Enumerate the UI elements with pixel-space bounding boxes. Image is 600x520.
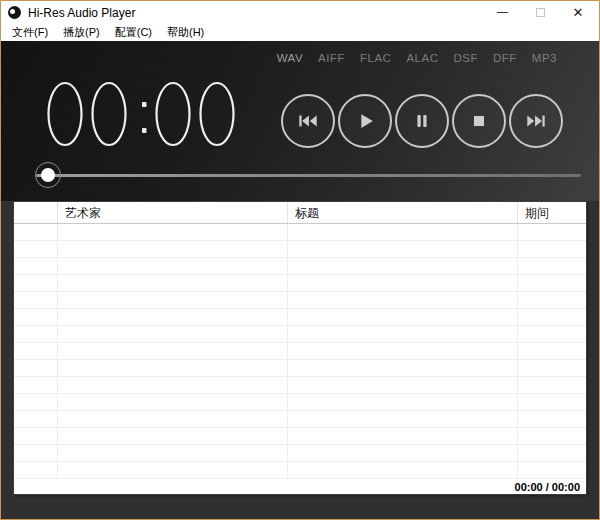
app-window: Hi-Res Audio Player ✕ 文件(F) 播放(P) 配置(C) … [1, 1, 599, 519]
menu-config[interactable]: 配置(C) [109, 25, 158, 41]
playlist-cell [288, 292, 518, 308]
stop-icon [468, 110, 490, 132]
playlist-row [14, 377, 586, 394]
playlist-row [14, 292, 586, 309]
format-dff: DFF [493, 52, 517, 64]
playlist-cell [58, 241, 288, 257]
playlist-cell [288, 309, 518, 325]
playlist-cell [14, 309, 58, 325]
playlist-cell [518, 326, 586, 342]
playlist-row [14, 462, 586, 479]
playlist-cell [14, 343, 58, 359]
playlist-row [14, 224, 586, 241]
playlist-cell [518, 411, 586, 427]
maximize-icon [536, 8, 545, 17]
minimize-icon [497, 12, 508, 13]
format-aiff: AIFF [318, 52, 345, 64]
playlist-cell [14, 241, 58, 257]
play-button[interactable] [338, 94, 392, 148]
playlist-cell [58, 224, 288, 240]
menu-play[interactable]: 播放(P) [57, 25, 106, 41]
playlist-cell [58, 360, 288, 376]
playlist-cell [518, 360, 586, 376]
playlist-cell [58, 445, 288, 461]
next-button[interactable] [509, 94, 563, 148]
window-controls: ✕ [483, 1, 597, 24]
format-wav: WAV [277, 52, 303, 64]
play-icon [354, 110, 376, 132]
playlist-row [14, 258, 586, 275]
playlist-statusbar: 00:00 / 00:00 [14, 479, 586, 494]
playlist-cell [14, 360, 58, 376]
format-dsf: DSF [453, 52, 478, 64]
menu-help[interactable]: 帮助(H) [161, 25, 210, 41]
playlist-cell [288, 394, 518, 410]
playlist-cell [58, 258, 288, 274]
format-mp3: MP3 [532, 52, 557, 64]
playlist-row [14, 275, 586, 292]
pause-button[interactable] [395, 94, 449, 148]
playlist-cell [518, 377, 586, 393]
playlist-cell [14, 411, 58, 427]
playlist-panel: 艺术家 标题 期间 00:00 / 00:00 [13, 201, 587, 495]
playlist-cell [288, 258, 518, 274]
window-title: Hi-Res Audio Player [28, 6, 135, 20]
transport-controls [281, 94, 563, 148]
playlist-cell [288, 343, 518, 359]
seek-slider-handle[interactable] [35, 162, 61, 188]
playlist-cell [518, 445, 586, 461]
menu-file[interactable]: 文件(F) [6, 25, 54, 41]
elapsed-time-display [45, 81, 245, 152]
playlist-row [14, 428, 586, 445]
playlist-row [14, 360, 586, 377]
playlist-cell [14, 292, 58, 308]
playlist-row [14, 445, 586, 462]
maximize-button[interactable] [521, 1, 559, 24]
seek-slider-track[interactable] [36, 174, 581, 177]
column-header-artist[interactable]: 艺术家 [58, 202, 288, 223]
playlist-cell [518, 292, 586, 308]
playlist-cell [58, 326, 288, 342]
playlist-cell [58, 462, 288, 478]
column-header-index[interactable] [14, 202, 58, 223]
close-button[interactable]: ✕ [559, 1, 597, 24]
playlist-row [14, 326, 586, 343]
playlist-cell [518, 258, 586, 274]
seek-slider-knob [41, 168, 55, 182]
format-indicators: WAV AIFF FLAC ALAC DSF DFF MP3 [277, 52, 557, 64]
playlist-header: 艺术家 标题 期间 [14, 202, 586, 224]
playlist-cell [14, 445, 58, 461]
playlist-cell [518, 394, 586, 410]
playlist-cell [288, 224, 518, 240]
column-header-title[interactable]: 标题 [288, 202, 518, 223]
playlist-cell [518, 428, 586, 444]
playlist-cell [58, 275, 288, 291]
playlist-cell [14, 394, 58, 410]
menubar: 文件(F) 播放(P) 配置(C) 帮助(H) [1, 24, 599, 41]
playlist-cell [14, 377, 58, 393]
column-header-duration[interactable]: 期间 [518, 202, 586, 223]
previous-button[interactable] [281, 94, 335, 148]
app-logo-icon [8, 6, 21, 19]
titlebar[interactable]: Hi-Res Audio Player ✕ [1, 1, 599, 24]
stop-button[interactable] [452, 94, 506, 148]
playlist-cell [518, 224, 586, 240]
playlist-cell [14, 224, 58, 240]
playlist-row [14, 411, 586, 428]
playlist-cell [288, 411, 518, 427]
playlist-cell [58, 394, 288, 410]
playlist-cell [288, 241, 518, 257]
playlist-cell [288, 326, 518, 342]
pause-icon [411, 110, 433, 132]
playlist-row [14, 241, 586, 258]
playlist-body[interactable] [14, 224, 586, 479]
playlist-cell [518, 309, 586, 325]
minimize-button[interactable] [483, 1, 521, 24]
playlist-cell [14, 428, 58, 444]
player-panel: WAV AIFF FLAC ALAC DSF DFF MP3 [1, 41, 599, 201]
close-icon: ✕ [573, 6, 584, 19]
playlist-cell [288, 360, 518, 376]
playlist-cell [14, 462, 58, 478]
playlist-cell [518, 343, 586, 359]
playlist-cell [518, 275, 586, 291]
